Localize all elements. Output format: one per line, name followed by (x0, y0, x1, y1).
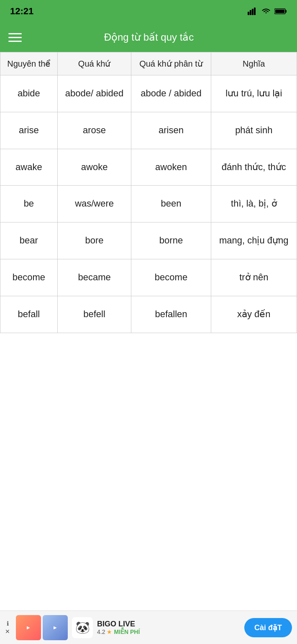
cell-meaning: mang, chịu đựng (211, 222, 297, 259)
table-row: becomebecamebecometrở nên (0, 259, 297, 296)
ad-star-icon: ★ (107, 628, 112, 635)
cell-past-participle: arisen (131, 112, 211, 149)
cell-past-participle: befallen (131, 296, 211, 333)
cell-past-participle: been (131, 186, 211, 222)
cell-past-participle: abode / abided (131, 75, 211, 112)
cell-meaning: xảy đến (211, 296, 297, 333)
ad-banner: ℹ ✕ ▶ ▶ 🐼 BIGO LIVE 4.2 ★ MIỄN PHÍ Cài đ… (0, 610, 297, 644)
close-icon: ✕ (5, 628, 10, 635)
cell-meaning: đánh thức, thức (211, 149, 297, 186)
verb-table: Nguyên thể Quá khứ Quá khứ phân từ Nghĩa… (0, 52, 297, 333)
cell-past-participle: become (131, 259, 211, 296)
hamburger-menu[interactable] (8, 33, 22, 42)
ad-image-1: ▶ (16, 615, 41, 640)
cell-base: arise (0, 112, 58, 149)
cell-base: bear (0, 222, 58, 259)
verb-table-container: Nguyên thể Quá khứ Quá khứ phân từ Nghĩa… (0, 52, 297, 333)
cell-base: abide (0, 75, 58, 112)
status-bar: 12:21 (0, 0, 297, 23)
svg-rect-5 (285, 10, 287, 13)
ad-rating-value: 4.2 (97, 628, 105, 635)
table-row: awakeawokeawokenđánh thức, thức (0, 149, 297, 186)
col-header-past-participle: Quá khứ phân từ (131, 52, 211, 75)
svg-rect-1 (250, 10, 251, 15)
cell-past: befell (57, 296, 131, 333)
ad-rating: 4.2 ★ MIỄN PHÍ (97, 628, 240, 635)
status-icons (248, 8, 287, 15)
info-icon: ℹ (7, 620, 9, 627)
table-row: abideabode/ abidedabode / abidedlưu trú,… (0, 75, 297, 112)
battery-icon (274, 8, 287, 15)
cell-meaning: trở nên (211, 259, 297, 296)
ad-free-label: MIỄN PHÍ (114, 628, 140, 635)
svg-rect-0 (248, 12, 249, 15)
cell-past-participle: awoken (131, 149, 211, 186)
cell-past: abode/ abided (57, 75, 131, 112)
cell-past: was/were (57, 186, 131, 222)
header-title: Động từ bất quy tắc (30, 31, 289, 43)
cell-base: become (0, 259, 58, 296)
cell-past: bore (57, 222, 131, 259)
svg-rect-2 (252, 9, 253, 15)
wifi-icon (261, 8, 271, 15)
cell-past-participle: borne (131, 222, 211, 259)
ad-app-name: BIGO LIVE (97, 620, 240, 628)
table-header-row: Nguyên thể Quá khứ Quá khứ phân từ Nghĩa (0, 52, 297, 75)
table-row: arisearosearisenphát sinh (0, 112, 297, 149)
table-row: bewas/werebeenthì, là, bị, ở (0, 186, 297, 222)
cell-base: awake (0, 149, 58, 186)
ad-image-2: ▶ (43, 615, 68, 640)
cell-meaning: phát sinh (211, 112, 297, 149)
app-header: Động từ bất quy tắc (0, 23, 297, 52)
table-row: bearborebornemang, chịu đựng (0, 222, 297, 259)
cell-past: became (57, 259, 131, 296)
col-header-meaning: Nghĩa (211, 52, 297, 75)
table-row: befallbefellbefallenxảy đến (0, 296, 297, 333)
col-header-past: Quá khứ (57, 52, 131, 75)
cell-base: befall (0, 296, 58, 333)
col-header-base: Nguyên thể (0, 52, 58, 75)
cell-meaning: lưu trú, lưu lại (211, 75, 297, 112)
status-time: 12:21 (10, 6, 33, 17)
signal-icon (248, 8, 258, 15)
cell-base: be (0, 186, 58, 222)
cell-meaning: thì, là, bị, ở (211, 186, 297, 222)
ad-install-button[interactable]: Cài đặT (244, 618, 292, 637)
ad-close-area[interactable]: ℹ ✕ (5, 620, 10, 635)
ad-text-block: BIGO LIVE 4.2 ★ MIỄN PHÍ (97, 620, 240, 635)
cell-past: awoke (57, 149, 131, 186)
svg-rect-6 (275, 10, 284, 13)
ad-preview-images: ▶ ▶ (16, 615, 68, 640)
svg-rect-3 (254, 8, 256, 15)
ad-logo: 🐼 (72, 617, 93, 638)
cell-past: arose (57, 112, 131, 149)
